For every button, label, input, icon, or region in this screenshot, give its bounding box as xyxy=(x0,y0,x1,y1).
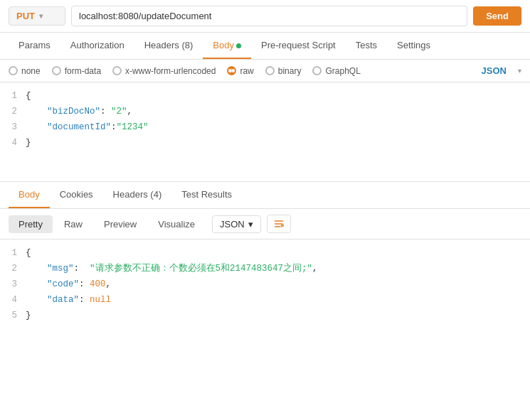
res-tab-body[interactable]: Body xyxy=(9,182,50,208)
visualize-button[interactable]: Visualize xyxy=(148,215,205,233)
response-code-editor: 1 { 2 "msg": "请求参数不正确：个数必须在5和2147483647之… xyxy=(0,239,530,339)
res-line-3: 3 "code": 400, xyxy=(0,276,530,292)
tab-settings[interactable]: Settings xyxy=(387,33,440,59)
radio-binary[interactable]: binary xyxy=(265,66,302,76)
tab-authorization[interactable]: Authorization xyxy=(60,33,134,59)
radio-none-label: none xyxy=(21,66,41,76)
radio-graphql[interactable]: GraphQL xyxy=(312,66,360,76)
radio-none-circle xyxy=(9,66,18,75)
tab-params[interactable]: Params xyxy=(9,33,60,59)
res-line-2: 2 "msg": "请求参数不正确：个数必须在5和2147483647之间;", xyxy=(0,261,530,276)
send-button[interactable]: Send xyxy=(473,6,521,26)
res-format-select[interactable]: JSON ▾ xyxy=(212,215,261,233)
response-tabs: Body Cookies Headers (4) Test Results xyxy=(0,182,530,209)
radio-urlencoded-label: x-www-form-urlencoded xyxy=(125,66,216,76)
req-line-1: 1 { xyxy=(0,88,530,104)
format-chevron-icon[interactable]: ▾ xyxy=(518,67,521,75)
radio-none[interactable]: none xyxy=(9,66,41,76)
raw-button[interactable]: Raw xyxy=(54,215,92,233)
method-label: PUT xyxy=(16,11,35,21)
method-chevron-icon: ▾ xyxy=(39,12,43,20)
radio-urlencoded-circle xyxy=(112,66,122,75)
tab-body[interactable]: Body xyxy=(203,33,251,59)
radio-binary-circle xyxy=(265,66,275,75)
radio-form-data-circle xyxy=(52,66,61,75)
tab-tests[interactable]: Tests xyxy=(346,33,387,59)
format-json-label[interactable]: JSON xyxy=(482,65,507,76)
body-type-row: none form-data x-www-form-urlencoded raw… xyxy=(0,60,530,82)
req-line-3: 3 "documentId":"1234" xyxy=(0,119,530,135)
method-selector[interactable]: PUT ▾ xyxy=(9,6,65,26)
wrap-icon[interactable] xyxy=(267,215,291,233)
radio-raw-circle xyxy=(227,66,236,75)
tab-pre-request[interactable]: Pre-request Script xyxy=(251,33,346,59)
res-line-4: 4 "data": null xyxy=(0,292,530,308)
pretty-button[interactable]: Pretty xyxy=(9,215,53,233)
res-format-label: JSON xyxy=(220,219,245,230)
radio-urlencoded[interactable]: x-www-form-urlencoded xyxy=(112,66,216,76)
radio-form-data-label: form-data xyxy=(65,66,101,76)
body-active-dot xyxy=(236,43,241,48)
res-tab-test-results[interactable]: Test Results xyxy=(171,182,242,208)
radio-form-data[interactable]: form-data xyxy=(52,66,101,76)
radio-graphql-label: GraphQL xyxy=(325,66,360,76)
tab-headers[interactable]: Headers (8) xyxy=(134,33,203,59)
request-code-editor: 1 { 2 "bizDocNo": "2", 3 "documentId":"1… xyxy=(0,82,530,182)
radio-graphql-circle xyxy=(312,66,322,75)
radio-binary-label: binary xyxy=(278,66,302,76)
res-format-chevron-icon: ▾ xyxy=(248,219,253,230)
url-input[interactable] xyxy=(71,6,467,26)
req-line-4: 4 } xyxy=(0,135,530,151)
request-tabs: Params Authorization Headers (8) Body Pr… xyxy=(0,33,530,60)
response-toolbar: Pretty Raw Preview Visualize JSON ▾ xyxy=(0,209,530,239)
response-section: Body Cookies Headers (4) Test Results Pr… xyxy=(0,182,530,339)
url-bar: PUT ▾ Send xyxy=(0,0,530,33)
preview-button[interactable]: Preview xyxy=(94,215,147,233)
radio-raw-label: raw xyxy=(240,66,253,76)
res-line-5: 5 } xyxy=(0,308,530,323)
radio-raw[interactable]: raw xyxy=(227,66,253,76)
req-line-2: 2 "bizDocNo": "2", xyxy=(0,104,530,119)
res-tab-headers[interactable]: Headers (4) xyxy=(103,182,172,208)
res-line-1: 1 { xyxy=(0,245,530,261)
res-tab-cookies[interactable]: Cookies xyxy=(50,182,103,208)
